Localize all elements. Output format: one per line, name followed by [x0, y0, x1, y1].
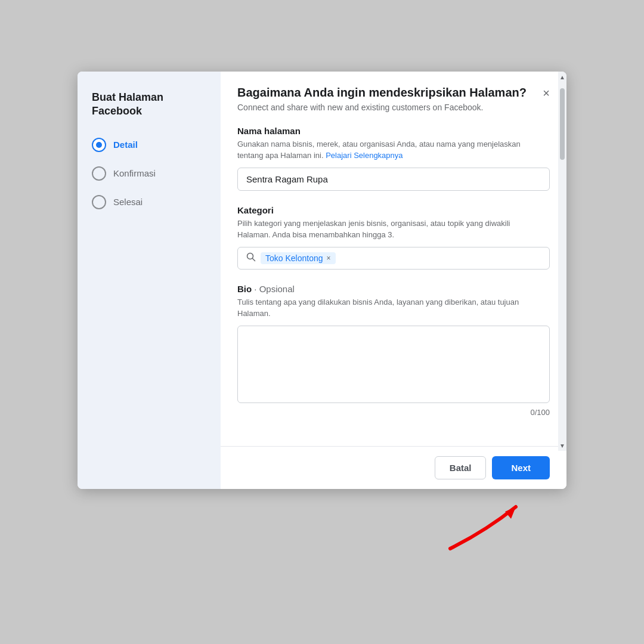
close-button[interactable]: ×	[543, 87, 550, 99]
svg-marker-2	[505, 507, 516, 519]
scroll-arrow-down[interactable]: ▼	[559, 441, 566, 451]
bio-desc-1: Tulis tentang apa yang dilakukan bisnis …	[237, 298, 519, 306]
category-section: Kategori Pilih kategori yang menjelaskan…	[237, 205, 550, 270]
category-desc-2: Halaman. Anda bisa menambahkan hingga 3.	[237, 230, 394, 239]
main-content: Bagaimana Anda ingin mendeskripsikan Hal…	[221, 72, 566, 489]
name-label: Nama halaman	[237, 126, 550, 136]
step-circle-selesai	[92, 195, 106, 209]
bio-textarea[interactable]	[237, 326, 550, 403]
category-input-wrapper[interactable]: Toko Kelontong ×	[237, 247, 550, 270]
step-detail[interactable]: Detail	[92, 138, 206, 152]
page-name-input[interactable]	[237, 168, 550, 191]
main-header: Bagaimana Anda ingin mendeskripsikan Hal…	[221, 72, 566, 114]
bio-counter: 0/100	[237, 408, 550, 417]
bio-optional-text: · Opsional	[254, 284, 295, 294]
name-section: Nama halaman Gunakan nama bisnis, merek,…	[237, 126, 550, 191]
scroll-arrow-up[interactable]: ▲	[559, 72, 566, 81]
bio-label: Bio · Opsional	[237, 284, 550, 294]
name-desc-1: Gunakan nama bisnis, merek, atau organis…	[237, 140, 521, 148]
modal-footer: Batal Next	[221, 446, 566, 489]
main-header-text: Bagaimana Anda ingin mendeskripsikan Hal…	[237, 86, 533, 114]
tag-value: Toko Kelontong	[265, 253, 323, 263]
modal-body: Buat Halaman Facebook Detail Konfirmasi …	[78, 72, 566, 489]
cancel-button[interactable]: Batal	[435, 456, 487, 479]
step-label-detail: Detail	[113, 140, 138, 150]
tag-remove-button[interactable]: ×	[327, 255, 331, 262]
step-circle-detail	[92, 138, 106, 152]
bio-desc-2: Halaman.	[237, 309, 271, 318]
step-circle-konfirmasi	[92, 166, 106, 181]
arrow-area	[78, 489, 566, 561]
scroll-track: ▲ ▼	[558, 72, 566, 451]
step-label-konfirmasi: Konfirmasi	[113, 168, 156, 178]
step-selesai[interactable]: Selesai	[92, 195, 206, 209]
main-subtitle: Connect and share with new and existing …	[237, 102, 533, 114]
red-arrow	[438, 495, 534, 555]
next-button[interactable]: Next	[492, 456, 550, 479]
sidebar-title: Buat Halaman Facebook	[92, 91, 206, 119]
category-desc-1: Pilih kategori yang menjelaskan jenis bi…	[237, 219, 510, 228]
bio-section: Bio · Opsional Tulis tentang apa yang di…	[237, 284, 550, 417]
modal-dialog: Buat Halaman Facebook Detail Konfirmasi …	[78, 72, 566, 489]
category-tag: Toko Kelontong ×	[261, 252, 336, 264]
category-description: Pilih kategori yang menjelaskan jenis bi…	[237, 218, 550, 241]
search-icon	[246, 252, 256, 264]
scroll-thumb	[560, 88, 565, 160]
step-label-selesai: Selesai	[113, 197, 143, 207]
sidebar: Buat Halaman Facebook Detail Konfirmasi …	[78, 72, 221, 489]
scrollable-area[interactable]: Nama halaman Gunakan nama bisnis, merek,…	[221, 114, 566, 446]
svg-line-1	[253, 259, 255, 261]
bio-label-text: Bio	[237, 284, 252, 294]
step-konfirmasi[interactable]: Konfirmasi	[92, 166, 206, 181]
sidebar-steps: Detail Konfirmasi Selesai	[92, 138, 206, 209]
category-label: Kategori	[237, 205, 550, 215]
name-description: Gunakan nama bisnis, merek, atau organis…	[237, 138, 550, 162]
name-desc-2: tentang apa Halaman ini.	[237, 151, 324, 160]
bio-description: Tulis tentang apa yang dilakukan bisnis …	[237, 296, 550, 320]
main-title: Bagaimana Anda ingin mendeskripsikan Hal…	[237, 86, 533, 100]
outer-wrapper: Buat Halaman Facebook Detail Konfirmasi …	[0, 0, 644, 644]
learn-more-link[interactable]: Pelajari Selengkapnya	[326, 151, 402, 160]
